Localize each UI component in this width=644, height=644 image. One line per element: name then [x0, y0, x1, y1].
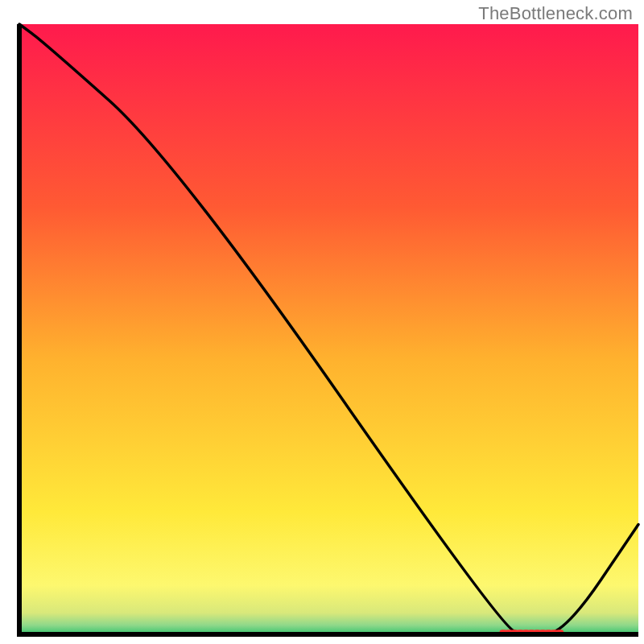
bottleneck-chart — [0, 0, 644, 644]
watermark-text: TheBottleneck.com — [478, 3, 633, 24]
plot-area — [19, 24, 638, 634]
chart-container: TheBottleneck.com — [0, 0, 644, 644]
